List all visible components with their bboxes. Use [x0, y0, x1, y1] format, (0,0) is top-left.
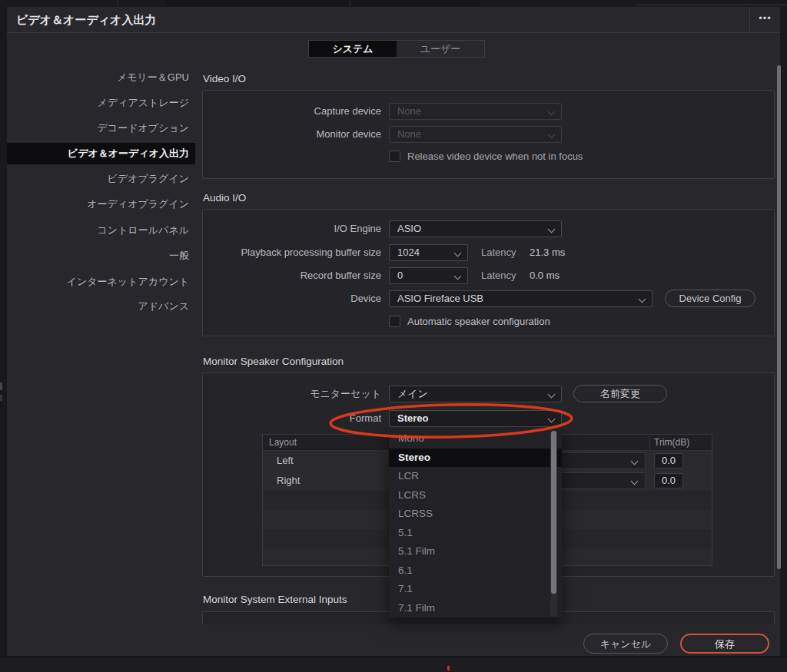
record-buffer-value: 0 [397, 270, 403, 281]
format-option[interactable]: 5.1 [389, 524, 562, 543]
trim-field[interactable]: 0.0 [654, 473, 683, 488]
format-option[interactable]: 6.1 [389, 561, 562, 581]
tab-system[interactable]: システム [309, 41, 397, 57]
capture-device-value: None [397, 105, 421, 117]
sidebar-item-media-storage[interactable]: メディアストレージ [7, 92, 195, 114]
background-edge-mark [0, 395, 2, 401]
column-layout: Layout [269, 435, 297, 451]
playhead-tick [447, 666, 450, 670]
sidebar-item-decode-options[interactable]: デコードオプション [7, 118, 195, 139]
release-video-device-label: Release video device when not in focus [407, 151, 583, 163]
sidebar-item-internet-accounts[interactable]: インターネットアカウント [7, 271, 195, 293]
record-buffer-select[interactable]: 0 [389, 267, 468, 284]
tab-bar: システム ユーザー [308, 40, 485, 58]
sidebar-item-control-panels[interactable]: コントロールパネル [7, 220, 195, 241]
section-title-audio-io: Audio I/O [203, 192, 246, 204]
format-label: Format [191, 410, 381, 427]
monitor-set-select[interactable]: メイン [389, 386, 562, 402]
format-option[interactable]: 5.1 Film [389, 542, 562, 561]
capture-device-label: Capture device [191, 103, 381, 120]
chevron-down-icon [548, 391, 556, 399]
monitor-set-value: メイン [397, 388, 428, 399]
tab-user[interactable]: ユーザー [397, 41, 484, 57]
format-option[interactable]: 7.1 Film [389, 599, 562, 618]
divider [649, 436, 650, 449]
ellipsis-menu-icon[interactable]: ••• [749, 7, 780, 33]
preferences-dialog: ビデオ＆オーディオ入出力 ••• システム ユーザー メモリー＆GPU メディア… [6, 6, 781, 657]
sidebar-item-advanced[interactable]: アドバンス [7, 296, 195, 317]
record-buffer-label: Record buffer size [191, 267, 381, 284]
device-value: ASIO Fireface USB [397, 293, 483, 304]
section-title-external-inputs: Monitor System External Inputs [203, 594, 347, 605]
auto-speaker-config-checkbox[interactable] [389, 316, 400, 327]
chevron-down-icon [548, 108, 556, 116]
playback-buffer-select[interactable]: 1024 [389, 244, 468, 261]
background-tab [165, 0, 480, 6]
release-video-device-checkbox[interactable] [389, 151, 400, 162]
sidebar-item-memory-gpu[interactable]: メモリー＆GPU [7, 67, 195, 88]
chevron-down-icon [631, 478, 639, 485]
playback-latency-value: 21.3 ms [530, 244, 565, 261]
chevron-down-icon [454, 273, 462, 280]
format-option[interactable]: LCR [389, 467, 562, 486]
format-option[interactable]: LCRSS [389, 505, 562, 524]
monitor-set-label: モニターセット [191, 386, 381, 402]
dropdown-scrollbar-thumb[interactable] [551, 431, 556, 594]
format-option[interactable]: 7.1 [389, 580, 562, 599]
sidebar-item-video-plugins[interactable]: ビデオプラグイン [7, 168, 195, 190]
dialog-title: ビデオ＆オーディオ入出力 [16, 7, 156, 33]
cancel-button[interactable]: キャンセル [583, 634, 668, 654]
format-option[interactable]: Mono [389, 429, 562, 449]
divider [350, 0, 350, 6]
format-option-selected[interactable]: Stereo [389, 449, 562, 468]
monitor-device-value: None [397, 128, 421, 140]
format-option[interactable]: LCRS [389, 486, 562, 505]
section-title-monitor-speaker: Monitor Speaker Configuration [203, 356, 344, 367]
title-bar: ビデオ＆オーディオ入出力 ••• [7, 7, 780, 33]
layout-cell: Left [277, 451, 294, 471]
format-value: Stereo [397, 412, 428, 424]
format-select[interactable]: Stereo [389, 410, 562, 427]
chevron-down-icon [639, 296, 646, 303]
record-latency-label: Latency [481, 267, 516, 284]
layout-cell: Right [277, 471, 300, 491]
sidebar-item-audio-plugins[interactable]: オーディオプラグイン [7, 194, 195, 215]
chevron-down-icon [454, 250, 462, 257]
monitor-device-label: Monitor device [191, 126, 381, 143]
chevron-down-icon [548, 131, 556, 139]
playback-latency-label: Latency [481, 244, 516, 261]
background-edge-mark [0, 382, 2, 390]
playback-buffer-label: Playback processing buffer size [191, 244, 381, 261]
dialog-scrollbar-thumb[interactable] [777, 65, 781, 569]
chevron-down-icon [631, 458, 639, 465]
monitor-device-select[interactable]: None [389, 126, 562, 143]
chevron-down-icon [548, 415, 556, 423]
column-trim: Trim(dB) [654, 435, 689, 451]
device-config-button[interactable]: Device Config [665, 290, 755, 307]
save-button[interactable]: 保存 [680, 634, 769, 654]
format-dropdown-list: Mono Stereo LCR LCRS LCRSS 5.1 5.1 Film … [389, 429, 562, 617]
device-label: Device [191, 290, 381, 307]
rename-button[interactable]: 名前変更 [573, 385, 667, 402]
sidebar-item-video-audio-io[interactable]: ビデオ＆オーディオ入出力 [7, 143, 195, 164]
capture-device-select[interactable]: None [389, 103, 562, 120]
io-engine-value: ASIO [397, 223, 421, 234]
record-latency-value: 0.0 ms [530, 267, 560, 284]
auto-speaker-config-label: Automatic speaker configuration [407, 316, 550, 328]
sidebar-item-general[interactable]: 一般 [7, 245, 195, 266]
device-select[interactable]: ASIO Fireface USB [389, 290, 653, 307]
section-title-video-io: Video I/O [203, 73, 246, 84]
background-app-strip [0, 0, 787, 6]
divider [117, 0, 118, 6]
io-engine-select[interactable]: ASIO [389, 220, 562, 237]
trim-field[interactable]: 0.0 [654, 453, 683, 468]
chevron-down-icon [548, 226, 556, 233]
io-engine-label: I/O Engine [191, 220, 381, 237]
background-app-strip [0, 657, 787, 672]
playback-buffer-value: 1024 [397, 247, 420, 258]
